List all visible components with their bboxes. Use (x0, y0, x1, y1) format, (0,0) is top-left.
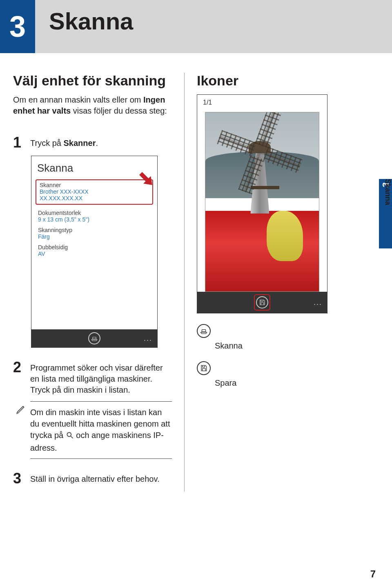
scanner-setting-highlight[interactable]: Skanner Brother XXX-XXXX XX.XXX.XXX.XX (36, 179, 153, 205)
scan-action-button[interactable] (88, 332, 100, 344)
scanner-name: Brother XXX-XXXX (40, 188, 149, 195)
step1-pre: Tryck på (30, 139, 64, 148)
more-icon[interactable]: ... (144, 334, 152, 343)
save-icon (200, 364, 208, 372)
page-counter: 1/1 (197, 95, 327, 109)
setting-duplex[interactable]: Dubbelsidig AV (31, 243, 157, 260)
step1-post: . (96, 139, 98, 148)
docsize-label: Dokumentstorlek (38, 210, 151, 216)
step-number: 2 (13, 360, 24, 375)
save-icon (258, 299, 266, 306)
scanned-image-preview (205, 112, 319, 292)
scantype-value: Färg (38, 233, 151, 240)
scan-icon (200, 327, 208, 335)
save-button[interactable] (256, 296, 268, 309)
scan-icon-circle (197, 324, 211, 338)
svg-marker-0 (137, 170, 156, 189)
setting-docsize[interactable]: Dokumentstorlek 9 x 13 cm (3,5" x 5") (31, 209, 157, 226)
step-1: 1 Tryck på Skanner. (13, 135, 172, 150)
pencil-icon (16, 404, 26, 418)
scan-icon (91, 335, 98, 342)
step-number: 3 (13, 471, 24, 486)
svg-point-1 (67, 432, 71, 436)
save-icon-circle (197, 361, 211, 375)
svg-line-2 (71, 436, 73, 438)
step-2-text: Programmet söker och visar därefter en l… (30, 360, 172, 396)
docsize-value: 9 x 13 cm (3,5" x 5") (38, 216, 151, 223)
note-block: Om din maskin inte visas i listan kan du… (30, 401, 172, 459)
magnifier-icon (66, 431, 74, 442)
left-column: Välj enhet för skanning Om en annan mask… (13, 73, 185, 492)
main-columns: Välj enhet för skanning Om en annan mask… (13, 73, 381, 492)
legend-save (197, 361, 356, 375)
page-number: 7 (370, 568, 376, 580)
right-heading: Ikoner (197, 73, 356, 89)
side-tab-label: Skanna (381, 179, 392, 205)
intro-post: visas följer du dessa steg: (71, 106, 167, 115)
step1-bold: Skanner (64, 139, 96, 148)
legend-scan (197, 324, 356, 338)
chapter-title: Skanna (49, 7, 133, 35)
step-2: 2 Programmet söker och visar därefter en… (13, 360, 172, 396)
left-intro: Om en annan maskin valts eller om Ingen … (13, 94, 172, 116)
duplex-label: Dubbelsidig (38, 244, 151, 250)
phone-screenshot-settings: Skanna Skanner Brother XXX-XXXX XX.XXX.X… (31, 156, 158, 348)
intro-pre: Om en annan maskin valts eller om (13, 95, 143, 104)
save-button-highlight (254, 294, 270, 311)
right-column: Ikoner 1/1 (185, 73, 356, 492)
scantype-label: Skanningstyp (38, 227, 151, 233)
step-1-text: Tryck på Skanner. (30, 135, 98, 149)
duplex-value: AV (38, 250, 151, 257)
step-3: 3 Ställ in övriga alternativ efter behov… (13, 471, 172, 486)
scanner-ip: XX.XXX.XXX.XX (40, 195, 149, 201)
save-icon-label: Spara (215, 378, 356, 388)
step-number: 1 (13, 135, 24, 150)
phone-screenshot-preview: 1/1 (197, 94, 327, 313)
chapter-number-box: 3 (0, 0, 35, 53)
setting-scantype[interactable]: Skanningstyp Färg (31, 226, 157, 243)
scanner-label: Skanner (40, 182, 149, 188)
phone-bottom-bar: ... (31, 329, 157, 347)
scan-icon-label: Skanna (215, 341, 356, 351)
side-tab-wrapper: Skanna (367, 179, 392, 248)
left-heading: Välj enhet för skanning (13, 73, 172, 89)
chapter-number: 3 (9, 10, 26, 43)
preview-bottom-bar: ... (197, 292, 327, 313)
more-icon[interactable]: ... (314, 298, 322, 307)
step-3-text: Ställ in övriga alternativ efter behov. (30, 471, 159, 485)
